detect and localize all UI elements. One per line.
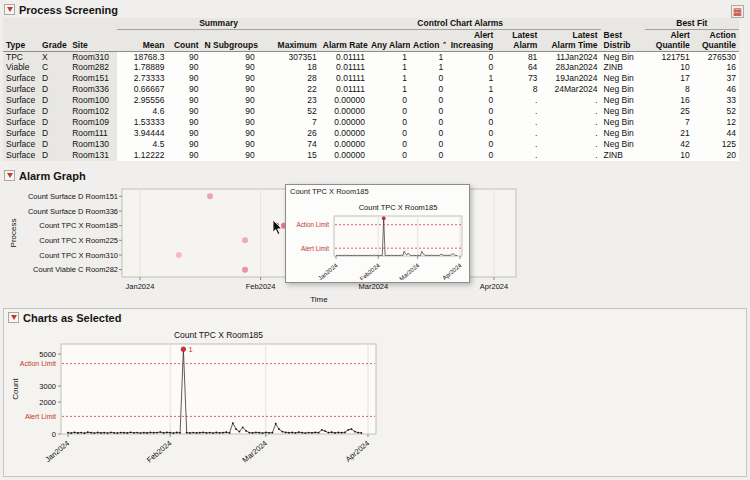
tooltip-title: Count TPC X Room185 (286, 185, 469, 196)
cell-any-alarm: 1 (368, 84, 410, 95)
disclosure-triangle-icon[interactable] (4, 170, 15, 181)
table-row[interactable]: SurfaceDRoom1024.69090520.00000000..Neg … (3, 106, 739, 117)
column-header-best-distrib[interactable]: BestDistrib (601, 29, 645, 51)
process-screening-header: Process Screening (0, 1, 750, 18)
disclosure-triangle-icon[interactable] (4, 4, 15, 15)
cell-site: Room310 (69, 51, 117, 62)
red-triangle-icon (11, 315, 17, 320)
cell-alert-quantile: 21 (645, 128, 693, 139)
cell-alarm-rate: 0.01111 (320, 84, 368, 95)
process-category-label[interactable]: Count Surface D Room151 (28, 192, 118, 201)
cell-latest-alarm: 73 (496, 73, 540, 84)
table-row[interactable]: SurfaceDRoom3360.666679090220.0111110182… (3, 84, 739, 95)
cell-grade: D (39, 95, 69, 106)
cell-latest-alarm-time: . (540, 95, 600, 106)
cell-alert-increasing: 0 (446, 95, 496, 106)
cell-best-distrib: Neg Bin (601, 117, 645, 128)
alarm-point[interactable] (207, 193, 213, 199)
cell-action-quantile: 125 (693, 139, 739, 150)
cell-best-distrib: Neg Bin (601, 128, 645, 139)
alarm-point[interactable] (242, 237, 248, 243)
cell-any-alarm: 0 (368, 128, 410, 139)
column-header-alarm-rate[interactable]: Alarm Rate (320, 29, 368, 51)
cell-site: Room130 (69, 139, 117, 150)
cell-action: 0 (410, 73, 446, 84)
column-header-latest-alarm-time[interactable]: LatestAlarm Time (540, 29, 600, 51)
cell-site: Room111 (69, 128, 117, 139)
cell-action-quantile: 37 (693, 73, 739, 84)
column-header-type[interactable]: Type (3, 29, 39, 51)
disclosure-triangle-icon[interactable] (8, 312, 19, 323)
cell-type: Viable (3, 62, 39, 73)
table-row[interactable]: SurfaceDRoom1113.944449090260.00000000..… (3, 128, 739, 139)
table-row[interactable]: ViableCRoom2821.788899090180.01111110642… (3, 62, 739, 73)
selected-control-chart[interactable]: Jan2024Feb2024Mar2024Apr2024500030002000… (6, 326, 436, 476)
cell-action: 1 (410, 62, 446, 73)
alarm-point[interactable] (176, 252, 182, 258)
x-tick-label: Apr2024 (344, 439, 372, 464)
cell-alert-increasing: 0 (446, 51, 496, 62)
column-header-any-alarm[interactable]: Any Alarm (368, 29, 410, 51)
column-header-mean[interactable]: Mean (117, 29, 167, 51)
cell-alert-quantile: 42 (645, 139, 693, 150)
alarm-point[interactable] (181, 347, 186, 352)
cell-any-alarm: 0 (368, 95, 410, 106)
table-row[interactable]: TPCXRoom31018768.390903073510.0111111081… (3, 51, 739, 62)
cell-action: 0 (410, 117, 446, 128)
column-header-action-quantile[interactable]: ActionQuantile (693, 29, 739, 51)
column-header-maximum[interactable]: Maximum (258, 29, 320, 51)
mouse-cursor (272, 219, 286, 237)
cell-any-alarm: 0 (368, 106, 410, 117)
y-axis-label: Process (9, 219, 18, 248)
cell-best-distrib: Neg Bin (601, 51, 645, 62)
cell-best-distrib: Neg Bin (601, 84, 645, 95)
cell-grade: D (39, 150, 69, 161)
cell-best-distrib: ZINB (601, 150, 645, 161)
cell-latest-alarm: . (496, 139, 540, 150)
column-header-site[interactable]: Site (69, 29, 117, 51)
cell-alert-quantile: 8 (645, 84, 693, 95)
column-header-alert-increasing[interactable]: AlertIncreasing (446, 29, 496, 51)
y-tick-label: 3000 (39, 382, 56, 391)
process-category-label[interactable]: Count TPC X Room310 (39, 251, 118, 260)
cell-alert-increasing: 0 (446, 106, 496, 117)
cell-mean: 18768.3 (117, 51, 167, 62)
cell-type: TPC (3, 51, 39, 62)
table-row[interactable]: SurfaceDRoom1311.122229090150.00000000..… (3, 150, 739, 161)
table-row[interactable]: SurfaceDRoom1002.955569090230.00000000..… (3, 95, 739, 106)
process-screening-panel: Process Screening SummaryControl Chart A… (0, 1, 750, 161)
table-row[interactable]: SurfaceDRoom1512.733339090280.0111110173… (3, 73, 739, 84)
cell-latest-alarm-time: . (540, 128, 600, 139)
cell-grade: D (39, 106, 69, 117)
alert-limit-label: Alert Limit (301, 245, 329, 252)
cell-any-alarm: 1 (368, 73, 410, 84)
column-header-alert-quantile[interactable]: AlertQuantile (645, 29, 693, 51)
cell-site: Room151 (69, 73, 117, 84)
column-header-grade[interactable]: Grade (39, 29, 69, 51)
panel-title-charts-as-selected: Charts as Selected (23, 312, 121, 324)
cell-alarm-rate: 0.00000 (320, 106, 368, 117)
column-header-count[interactable]: Count (167, 29, 201, 51)
cell-action-quantile: 46 (693, 84, 739, 95)
cell-n-subgroups: 90 (202, 128, 258, 139)
cell-maximum: 7 (258, 117, 320, 128)
process-category-label[interactable]: Count Surface D Room336 (28, 207, 118, 216)
table-row[interactable]: SurfaceDRoom1304.59090740.00000000..Neg … (3, 139, 739, 150)
cell-count: 90 (167, 117, 201, 128)
alarm-point[interactable] (382, 217, 385, 220)
x-tick-label: Mar2024 (398, 262, 421, 280)
cell-alert-increasing: 1 (446, 84, 496, 95)
process-category-label[interactable]: Count TPC X Room225 (39, 236, 118, 245)
cell-alert-increasing: 0 (446, 62, 496, 73)
alarm-point[interactable] (242, 267, 248, 273)
process-category-label[interactable]: Count Viable C Room282 (33, 265, 118, 274)
cell-n-subgroups: 90 (202, 84, 258, 95)
cell-grade: D (39, 73, 69, 84)
process-category-label[interactable]: Count TPC X Room185 (39, 221, 118, 230)
x-tick-label: Apr2024 (480, 282, 508, 291)
column-header-n-subgroups[interactable]: N Subgroups (202, 29, 258, 51)
cell-type: Surface (3, 84, 39, 95)
table-row[interactable]: SurfaceDRoom1091.53333909070.00000000..N… (3, 117, 739, 128)
column-header-action[interactable]: Action ⌃ (410, 29, 446, 51)
column-header-latest-alarm[interactable]: LatestAlarm (496, 29, 540, 51)
